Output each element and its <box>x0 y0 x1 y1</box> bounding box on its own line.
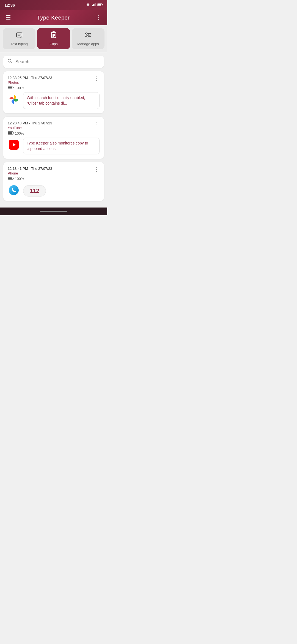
svg-marker-30 <box>13 143 16 146</box>
phone-icon-inner <box>9 185 19 195</box>
svg-rect-32 <box>13 178 14 179</box>
svg-rect-28 <box>13 132 14 134</box>
text-typing-icon <box>16 31 23 40</box>
tab-text-typing[interactable]: Text typing <box>3 28 35 49</box>
clip-appname-3: Phone <box>8 171 93 175</box>
clip-battery-value-1: 100% <box>15 86 24 90</box>
clip-datetime-2: 12:20:48 PM - Thu 27/07/23 <box>8 121 93 125</box>
battery-full-icon-3 <box>8 176 14 181</box>
svg-rect-25 <box>13 87 14 88</box>
youtube-icon-inner <box>9 140 19 150</box>
clip-phone-content: 112 <box>23 183 100 197</box>
clips-list: 12:33:25 PM - Thu 27/07/23 Photos 100% ⋮ <box>0 69 107 208</box>
clip-content-text-2: Type Keeper also monitores copy to clipb… <box>27 141 88 151</box>
tabs-container: Text typing Clips Manage <box>0 25 107 52</box>
home-indicator <box>0 208 107 215</box>
status-bar: 12:36 <box>0 0 107 10</box>
signal-icon <box>92 3 96 7</box>
svg-rect-7 <box>98 4 101 6</box>
tab-manage-apps-label: Manage apps <box>77 42 99 46</box>
clip-content-text-1: With search functionallity enabled, "Cli… <box>27 95 85 105</box>
tab-manage-apps[interactable]: Manage apps <box>72 28 105 49</box>
clip-battery-value-3: 100% <box>15 177 24 181</box>
clip-content-bubble-2[interactable]: Type Keeper also monitores copy to clipb… <box>23 138 100 154</box>
svg-point-20 <box>89 34 90 36</box>
svg-point-19 <box>86 33 87 34</box>
clip-body-1: With search functionallity enabled, "Cli… <box>8 92 100 109</box>
clips-icon <box>50 31 57 40</box>
clip-datetime-1: 12:33:25 PM - Thu 27/07/23 <box>8 76 93 80</box>
svg-point-21 <box>86 36 88 37</box>
battery-full-icon-1 <box>8 86 14 90</box>
svg-rect-3 <box>94 4 95 6</box>
clip-card-2: 12:20:48 PM - Thu 27/07/23 YouTube 100% … <box>3 117 104 159</box>
clip-header-2: 12:20:48 PM - Thu 27/07/23 YouTube 100% … <box>8 121 100 138</box>
svg-rect-33 <box>8 178 12 179</box>
clip-battery-3: 100% <box>8 176 93 181</box>
app-title: Type Keeper <box>37 15 70 21</box>
home-bar <box>40 211 67 212</box>
tab-text-typing-label: Text typing <box>11 42 28 46</box>
clip-card-3: 12:18:41 PM - Thu 27/07/23 Phone 100% ⋮ <box>3 162 104 201</box>
status-icons <box>86 3 103 7</box>
battery-full-icon-2 <box>8 131 14 135</box>
tabs-divider <box>0 52 107 52</box>
clip-more-btn-1[interactable]: ⋮ <box>93 76 100 81</box>
battery-icon <box>97 3 103 7</box>
clip-meta-3: 12:18:41 PM - Thu 27/07/23 Phone 100% <box>8 167 93 183</box>
svg-rect-29 <box>8 132 12 134</box>
clip-battery-2: 100% <box>8 131 93 135</box>
search-bar[interactable] <box>3 56 104 68</box>
manage-apps-icon <box>84 31 92 40</box>
menu-icon[interactable]: ☰ <box>4 13 12 22</box>
clip-card-1: 12:33:25 PM - Thu 27/07/23 Photos 100% ⋮ <box>3 71 104 113</box>
clip-header-1: 12:33:25 PM - Thu 27/07/23 Photos 100% ⋮ <box>8 76 100 92</box>
clip-meta-1: 12:33:25 PM - Thu 27/07/23 Photos 100% <box>8 76 93 92</box>
svg-rect-26 <box>8 87 12 89</box>
svg-rect-4 <box>95 3 96 6</box>
clip-body-2: Type Keeper also monitores copy to clipb… <box>8 138 100 154</box>
clip-number-badge[interactable]: 112 <box>23 185 46 197</box>
app-bar: ☰ Type Keeper ⋮ <box>0 10 107 25</box>
search-icon <box>7 58 13 65</box>
wifi-icon <box>86 3 90 7</box>
svg-rect-2 <box>93 4 94 6</box>
clip-phone-icon <box>8 184 20 196</box>
tab-clips[interactable]: Clips <box>37 28 70 49</box>
clip-battery-value-2: 100% <box>15 131 24 135</box>
svg-rect-6 <box>102 4 103 5</box>
clip-more-btn-2[interactable]: ⋮ <box>93 121 100 127</box>
clip-appname-2: YouTube <box>8 126 93 130</box>
clip-datetime-3: 12:18:41 PM - Thu 27/07/23 <box>8 167 93 171</box>
svg-point-0 <box>88 6 89 6</box>
clip-appname-1: Photos <box>8 80 93 84</box>
clip-more-btn-3[interactable]: ⋮ <box>93 167 100 172</box>
clip-youtube-icon <box>8 139 20 151</box>
clip-header-3: 12:18:41 PM - Thu 27/07/23 Phone 100% ⋮ <box>8 167 100 183</box>
clip-body-3: 112 <box>8 183 100 197</box>
svg-rect-12 <box>53 32 55 33</box>
search-input[interactable] <box>15 59 100 64</box>
clip-photos-icon <box>8 93 20 105</box>
clip-content-bubble-1[interactable]: With search functionallity enabled, "Cli… <box>23 92 100 109</box>
clip-meta-2: 12:20:48 PM - Thu 27/07/23 YouTube 100% <box>8 121 93 138</box>
status-time: 12:36 <box>4 3 15 7</box>
clip-battery-1: 100% <box>8 86 93 90</box>
svg-rect-1 <box>92 5 93 6</box>
tab-clips-label: Clips <box>50 42 58 46</box>
svg-line-23 <box>11 62 12 63</box>
more-options-icon[interactable]: ⋮ <box>95 13 103 22</box>
